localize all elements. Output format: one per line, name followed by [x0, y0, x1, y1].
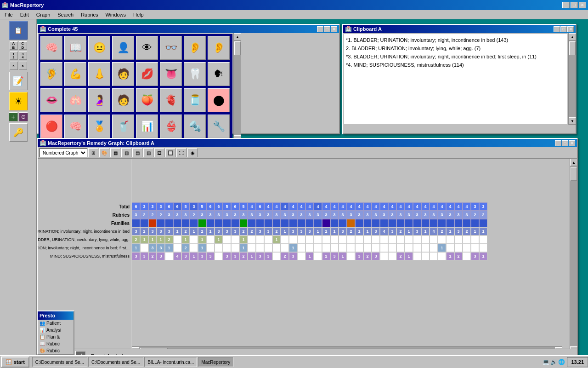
anatomy-ear2[interactable]: 👂 [208, 36, 230, 60]
anatomy-ear1[interactable]: 👂 [184, 36, 206, 60]
clipboard-scroll-up[interactable]: ▲ [569, 33, 576, 40]
row1-cell-35: 1 [421, 227, 430, 236]
sidebar-notes-icon[interactable]: 📝 [9, 72, 28, 90]
graph-maximize-btn[interactable]: □ [562, 140, 568, 146]
sidebar-5-btn[interactable]: 5 [10, 62, 18, 70]
menu-graph[interactable]: Graph [33, 11, 54, 18]
sidebar-circle-icon[interactable]: ⊙ [19, 112, 28, 121]
maximize-button[interactable]: □ [571, 2, 578, 8]
menu-rubrics[interactable]: Rubrics [77, 11, 102, 18]
anatomy-throat[interactable]: 🗣 [208, 62, 230, 86]
graph-data-scroll[interactable]: Puls. Sep. Caust. Rhus-t. Kreos. Bry. Ph… [132, 159, 570, 354]
clipboard-close-btn[interactable]: ✕ [567, 26, 574, 32]
graph-tool-4[interactable]: ▥ [121, 148, 131, 157]
menu-help[interactable]: Help [130, 11, 147, 18]
presto-rubric2[interactable]: 🎨 Rubric [38, 347, 74, 354]
anatomy-book[interactable]: 📖 [64, 36, 86, 60]
graph-titlebar[interactable]: 🏥 MacRepertory's Remedy Graph: Clipboard… [38, 139, 577, 147]
presto-plan[interactable]: 📋 Plan & [38, 334, 74, 340]
presto-patient[interactable]: 👥 Patient [38, 320, 74, 327]
tray-icon-1: 💻 [543, 359, 549, 365]
anatomy-eye[interactable]: 👁 [136, 36, 158, 60]
taskbar-item-3[interactable]: MacRepertory [198, 357, 233, 367]
anatomy-face[interactable]: 😐 [88, 36, 110, 60]
clipboard-titlebar[interactable]: 🏥 Clipboard A _ □ ✕ [343, 25, 576, 33]
graph-tool-10[interactable]: ◉ [187, 148, 198, 157]
anatomy-person[interactable]: 🧑 [112, 62, 134, 86]
start-button[interactable]: 🪟 start [1, 356, 29, 368]
total-cell-23: 4 [322, 202, 330, 211]
anatomy-medal[interactable]: 🏅 [88, 115, 110, 138]
menu-file[interactable]: File [1, 11, 17, 18]
anatomy-back[interactable]: 🍑 [136, 88, 158, 112]
graph-vscrollbar[interactable]: ▲ ▼ [570, 159, 577, 354]
anatomy-tooth[interactable]: 🦷 [184, 62, 206, 86]
anatomy-misc[interactable]: 🔧 [208, 115, 230, 138]
sidebar-6-btn[interactable]: 6 [19, 62, 27, 70]
anatomy-tongue[interactable]: 👅 [160, 62, 182, 86]
anatomy-pattern[interactable]: 📊 [136, 115, 158, 138]
anatomy-lips[interactable]: 💋 [136, 62, 158, 86]
taskbar-item-0[interactable]: C:\Documents and Se... [32, 357, 87, 367]
presto-analysis[interactable]: 📊 Analysi [38, 327, 74, 334]
close-button[interactable]: ✕ [579, 2, 586, 8]
clipboard-scrollbar[interactable]: ▲ ▼ [568, 33, 576, 125]
graph-tool-6[interactable]: ▧ [143, 148, 153, 157]
anatomy-stomach[interactable]: 🤰 [88, 88, 110, 112]
anatomy-head[interactable]: 👤 [112, 36, 134, 60]
sidebar-key-icon[interactable]: 🔑 [9, 123, 28, 142]
sidebar-ab-btn[interactable]: AB [10, 41, 18, 50]
complete-maximize-btn[interactable]: □ [324, 26, 330, 32]
anatomy-screw[interactable]: 🔩 [184, 115, 206, 138]
anatomy-arm[interactable]: 💪 [64, 62, 86, 86]
menu-edit[interactable]: Edit [17, 11, 33, 18]
graph-tool-9[interactable]: ⛶ [176, 148, 187, 157]
taskbar-item-2[interactable]: BILLA- incont.urin.ca... [144, 357, 197, 367]
anatomy-mouth[interactable]: 👄 [40, 88, 62, 112]
clipboard-scroll-down[interactable]: ▼ [569, 117, 576, 125]
graph-tool-3[interactable]: ▦ [110, 148, 120, 157]
anatomy-ear3[interactable]: 🦻 [40, 62, 62, 86]
graph-tool-5[interactable]: ▤ [132, 148, 142, 157]
sidebar-plus-icon[interactable]: + [9, 112, 18, 121]
complete-scrollbar[interactable]: ▲ ▼ [233, 33, 241, 143]
menu-windows[interactable]: Windows [102, 11, 130, 18]
sidebar-12-btn[interactable]: 12 [10, 52, 18, 60]
anatomy-bladder[interactable]: 🫙 [184, 88, 206, 112]
graph-close-btn[interactable]: ✕ [569, 140, 575, 146]
sidebar-sun-icon[interactable]: ☀ [9, 92, 28, 110]
anatomy-kidney[interactable]: 🫀 [160, 88, 182, 112]
row1-cell-25: 3 [339, 227, 347, 236]
complete-window-titlebar[interactable]: 🏥 Complete 45 _ □ ✕ [38, 25, 339, 33]
complete-minimize-btn[interactable]: _ [317, 26, 323, 32]
anatomy-brain2[interactable]: 🧠 [64, 115, 86, 138]
anatomy-glasses[interactable]: 👓 [160, 36, 182, 60]
anatomy-nerve[interactable]: 🔴 [40, 115, 62, 138]
graph-minimize-btn[interactable]: _ [555, 140, 561, 146]
anatomy-nose[interactable]: 👃 [88, 62, 110, 86]
anatomy-glass[interactable]: 🥤 [112, 115, 134, 138]
taskbar-item-1[interactable]: C:\Documents and Se... [88, 357, 143, 367]
menu-search[interactable]: Search [54, 11, 77, 18]
sidebar-cd-btn[interactable]: CD [19, 41, 27, 50]
anatomy-brain[interactable]: 🧠 [40, 36, 62, 60]
graph-type-dropdown[interactable]: Numbered Graph Bar Graph Colored Graph [40, 148, 87, 157]
minimize-button[interactable]: _ [562, 2, 570, 8]
anatomy-underwear[interactable]: 👙 [160, 115, 182, 138]
clipboard-minimize-btn[interactable]: _ [554, 26, 560, 32]
anatomy-abdomen[interactable]: 🧑 [112, 88, 134, 112]
sidebar-repertory-icon[interactable]: 📋 [9, 21, 28, 40]
presto-rubric1[interactable]: 📖 Rubric [38, 340, 74, 347]
complete-scroll-up[interactable]: ▲ [234, 33, 241, 40]
clipboard-maximize-btn[interactable]: □ [560, 26, 567, 32]
graph-tool-7[interactable]: 🖼 [154, 148, 164, 157]
complete-close-btn[interactable]: ✕ [331, 26, 337, 32]
graph-tool-1[interactable]: ⊞ [88, 148, 98, 157]
graph-tool-8[interactable]: 🔲 [165, 148, 175, 157]
sidebar-34-btn[interactable]: 34 [19, 52, 27, 60]
anatomy-chest[interactable]: 🫁 [64, 88, 86, 112]
anatomy-gland[interactable]: ⬤ [208, 88, 230, 112]
row4-cell-12: 3 [231, 252, 239, 260]
graph-tool-2[interactable]: 🎨 [99, 148, 109, 157]
graph-scroll-up[interactable]: ▲ [570, 159, 577, 166]
